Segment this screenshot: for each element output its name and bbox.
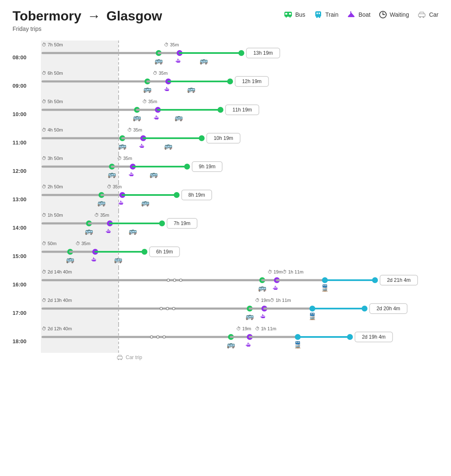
svg-text:⏱: ⏱ xyxy=(76,241,80,246)
svg-point-155 xyxy=(372,278,378,283)
timeline-svg-1000: ⏱ 5h 50m ⏱ 35m 🚌 ⛴ 🚌 11h 19m xyxy=(41,97,442,126)
svg-text:🚌: 🚌 xyxy=(175,114,183,122)
timeline-1600: ⏱ 2d 14h 40m ⏱ 19m ⏱ 1h 11m xyxy=(41,268,438,296)
svg-text:⛴: ⛴ xyxy=(139,143,145,149)
car-trip-footer: Car trip xyxy=(13,354,438,366)
time-label-0900: 09:00 xyxy=(13,69,41,97)
svg-point-144 xyxy=(180,279,182,281)
trip-row-1500: 15:00 ⏱ 50m ⏱ 35m 🚌 ⛴ 🚌 6h 19m xyxy=(13,239,438,268)
svg-text:11h 19m: 11h 19m xyxy=(233,107,252,113)
svg-text:9h 19m: 9h 19m xyxy=(199,164,215,170)
svg-text:1h 11m: 1h 11m xyxy=(276,298,291,303)
legend-train: Train xyxy=(314,10,338,19)
svg-point-58 xyxy=(218,107,223,112)
svg-text:⏱: ⏱ xyxy=(255,298,260,303)
trip-row-1800: 18:00 ⏱ 2d 12h 40m ⏱ 19m ⏱ 1h 11m xyxy=(13,324,438,353)
timeline-svg-1200: ⏱ 3h 50m ⏱ 35m 🚌 ⛴ 🚌 9h 19m xyxy=(41,154,442,182)
svg-text:🚌: 🚌 xyxy=(258,284,266,292)
svg-text:⏱: ⏱ xyxy=(42,269,46,274)
svg-text:⏱: ⏱ xyxy=(42,241,46,246)
svg-text:⏱: ⏱ xyxy=(142,99,147,104)
svg-point-17 xyxy=(419,16,421,18)
time-label-1700: 17:00 xyxy=(13,296,41,324)
svg-text:2d 20h 4m: 2d 20h 4m xyxy=(377,306,400,311)
svg-rect-5 xyxy=(315,11,321,17)
svg-text:35m: 35m xyxy=(133,127,142,132)
svg-point-143 xyxy=(173,279,176,281)
svg-text:🚌: 🚌 xyxy=(155,57,163,65)
car-icon xyxy=(417,10,426,19)
svg-text:19m: 19m xyxy=(261,298,270,303)
train-icon xyxy=(314,10,323,19)
route-title: Tobermory → Glasgow xyxy=(13,8,162,24)
legend-boat-label: Boat xyxy=(358,11,370,18)
svg-point-28 xyxy=(239,51,244,56)
svg-rect-3 xyxy=(285,13,287,15)
legend-car: Car xyxy=(417,10,438,19)
car-trip-text: Car trip xyxy=(126,354,142,360)
car-icon-footer xyxy=(116,354,124,360)
trip-row-0900: 09:00 ⏱ 6h 50m ⏱ 35m 🚌 ⛴ 🚌 12h 19m xyxy=(13,69,438,97)
svg-text:🚆: 🚆 xyxy=(321,284,329,292)
svg-point-186 xyxy=(150,336,153,338)
svg-text:19m: 19m xyxy=(242,326,251,331)
svg-text:50m: 50m xyxy=(48,241,56,246)
svg-rect-4 xyxy=(289,13,291,15)
svg-text:35m: 35m xyxy=(113,184,122,189)
boat-icon xyxy=(347,10,356,19)
timeline-0900: ⏱ 6h 50m ⏱ 35m 🚌 ⛴ 🚌 12h 19m xyxy=(41,69,438,97)
time-label-1600: 16:00 xyxy=(13,268,41,296)
svg-text:⛴: ⛴ xyxy=(273,285,279,291)
svg-text:⏱: ⏱ xyxy=(42,326,46,331)
time-label-0800: 08:00 xyxy=(13,41,41,69)
time-label-1400: 14:00 xyxy=(13,211,41,239)
svg-text:⏱: ⏱ xyxy=(42,156,46,161)
arrow: → xyxy=(87,8,101,24)
timeline-1100: ⏱ 4h 50m ⏱ 35m 🚌 ⛴ 🚌 10h 19m xyxy=(41,126,438,154)
timeline-svg-1300: ⏱ 2h 50m ⏱ 35m 🚌 ⛴ 🚌 8h 19m xyxy=(41,182,442,211)
svg-text:🚌: 🚌 xyxy=(66,256,74,263)
svg-text:⏱: ⏱ xyxy=(282,269,287,274)
timeline-0800: ⏱ 7h 50m ⏱ 35m 🚌 xyxy=(41,41,438,69)
timeline-1500: ⏱ 50m ⏱ 35m 🚌 ⛴ 🚌 6h 19m xyxy=(41,239,438,268)
svg-point-18 xyxy=(423,16,424,18)
svg-text:35m: 35m xyxy=(100,213,109,218)
timeline-svg-1700: ⏱ 2d 13h 40m ⏱ 19m ⏱ 1h 11m 🚌 ⛴ 🚆 xyxy=(41,296,442,324)
legend-waiting-label: Waiting xyxy=(390,11,409,18)
svg-text:⏱: ⏱ xyxy=(42,298,46,303)
legend: Bus Train Boat Waiting Car xyxy=(284,10,438,19)
svg-text:🚌: 🚌 xyxy=(149,170,158,178)
svg-point-166 xyxy=(172,307,175,310)
svg-point-142 xyxy=(167,279,170,281)
svg-text:⛴: ⛴ xyxy=(154,114,160,121)
svg-text:⏱: ⏱ xyxy=(42,127,46,132)
svg-text:5h 50m: 5h 50m xyxy=(48,99,63,104)
car-trip-label: Car trip xyxy=(116,354,142,360)
svg-text:35m: 35m xyxy=(170,42,179,47)
svg-text:⏱: ⏱ xyxy=(42,184,46,189)
svg-text:35m: 35m xyxy=(123,156,132,161)
svg-point-133 xyxy=(142,249,147,254)
legend-bus: Bus xyxy=(284,10,305,19)
timeline-svg-0900: ⏱ 6h 50m ⏱ 35m 🚌 ⛴ 🚌 12h 19m xyxy=(41,69,442,97)
svg-text:⏱: ⏱ xyxy=(42,42,46,47)
timeline-1700: ⏱ 2d 13h 40m ⏱ 19m ⏱ 1h 11m 🚌 ⛴ 🚆 xyxy=(41,296,438,324)
svg-text:🚌: 🚌 xyxy=(85,227,93,235)
timeline-1200: ⏱ 3h 50m ⏱ 35m 🚌 ⛴ 🚌 9h 19m xyxy=(41,154,438,182)
svg-rect-2 xyxy=(289,16,291,18)
svg-text:⛴: ⛴ xyxy=(118,200,124,206)
svg-rect-7 xyxy=(319,13,320,14)
svg-text:35m: 35m xyxy=(81,241,90,246)
time-label-1100: 11:00 xyxy=(13,126,41,154)
svg-text:7h 19m: 7h 19m xyxy=(174,220,190,226)
svg-rect-205 xyxy=(117,357,122,359)
timeline-1800: ⏱ 2d 12h 40m ⏱ 19m ⏱ 1h 11m 🚌 ⛴ 🚆 xyxy=(41,324,438,353)
trip-row-1600: 16:00 ⏱ 2d 14h 40m ⏱ 19m xyxy=(13,268,438,296)
trip-row-0800: 08:00 ⏱ 7h 50m ⏱ 35m xyxy=(13,41,438,69)
svg-rect-16 xyxy=(418,14,425,17)
svg-text:⏱: ⏱ xyxy=(127,127,132,132)
svg-text:35m: 35m xyxy=(159,71,167,76)
svg-text:🚌: 🚌 xyxy=(108,170,116,178)
svg-text:4h 50m: 4h 50m xyxy=(48,127,63,132)
svg-rect-6 xyxy=(317,13,318,14)
